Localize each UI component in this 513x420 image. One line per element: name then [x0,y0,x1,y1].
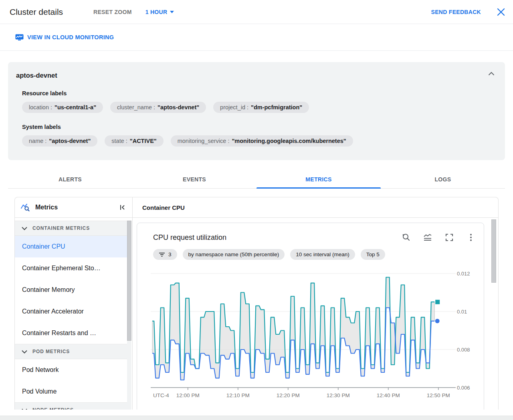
panel-header: Metrics Container CPU [15,197,498,218]
close-icon [497,8,505,16]
panel-scrollbar-thumb[interactable] [491,219,496,283]
metrics-sidebar: CONTAINER METRICSContainer CPUContainer … [15,218,133,410]
sidebar-title: Metrics [35,204,119,211]
label-chip-state[interactable]: state:"ACTIVE" [105,135,163,147]
chart-panel: CPU request utilization [133,218,498,410]
sidebar-scrollbar-track[interactable] [127,221,131,410]
filter-chip-3[interactable]: 3 [153,249,177,260]
time-range-dropdown[interactable]: 1 HOUR [145,9,174,15]
label-chip-name[interactable]: name:"aptos-devnet" [22,135,97,147]
filter-chip-10-sec-interval-mean-[interactable]: 10 sec interval (mean) [290,249,355,260]
label-chip-location[interactable]: location:"us-central1-a" [22,102,103,113]
y-tick-label: 0.008 [457,347,470,353]
metrics-explorer-icon [20,203,30,212]
y-tick-label: 0.01 [457,309,467,315]
zoom-reset-button[interactable] [401,233,411,242]
chart-area: 0.0120.010.0080.006UTC-412:00 PM12:10 PM… [145,266,476,404]
main-panel-title: Container CPU [133,197,498,217]
collapse-card-button[interactable] [488,70,495,77]
label-chip-cluster_name[interactable]: cluster_name:"aptos-devnet" [110,102,206,113]
y-tick-label: 0.012 [457,271,470,277]
resource-labels-row: location:"us-central1-a"cluster_name:"ap… [22,102,497,113]
tab-metrics[interactable]: METRICS [256,170,381,188]
tab-events[interactable]: EVENTS [132,170,256,188]
sidebar-header: Metrics [15,197,133,217]
sidebar-item-pod-volume[interactable]: Pod Volume [15,381,128,402]
monitoring-chart-icon [15,34,24,41]
series-high-end-marker [435,300,440,304]
section-header-container-metrics[interactable]: CONTAINER METRICS [15,221,128,236]
metrics-panel: Metrics Container CPU CONTAINER METRICSC… [14,197,499,410]
area-chart-icon [423,233,432,242]
label-chip-monitoring_service[interactable]: monitoring_service:"monitoring.googleapi… [171,135,353,147]
chart-title: CPU request utilization [153,233,226,242]
sidebar-item-container-memory[interactable]: Container Memory [15,279,128,301]
fullscreen-button[interactable] [444,233,454,242]
fullscreen-icon [445,233,454,242]
x-tick-label: 12:10 PM [226,392,250,398]
chart-toolbar [401,233,476,242]
resource-labels-title: Resource labels [22,90,497,96]
chevron-down-icon [22,408,27,410]
x-tick-label: 12:50 PM [427,392,450,398]
chevron-up-icon [488,72,495,76]
dialog-header: Cluster details RESET ZOOM 1 HOUR SEND F… [0,0,513,24]
filter-chip-by-namespace-name-50th-percentile-[interactable]: by namespace name (50th percentile) [183,249,285,260]
view-in-cloud-monitoring-link[interactable]: VIEW IN CLOUD MONITORING [15,34,114,41]
sidebar-item-container-accelerator[interactable]: Container Accelerator [15,301,128,322]
reset-zoom-button[interactable]: RESET ZOOM [93,9,132,15]
close-button[interactable] [496,7,506,17]
zoom-reset-icon [401,233,411,242]
time-range-value: 1 HOUR [145,9,168,15]
system-labels-title: System labels [22,124,497,130]
series-low-end-marker [435,319,440,323]
y-tick-label: 0.006 [457,385,470,391]
x-tick-label: 12:20 PM [277,392,300,398]
cpu-utilization-chart[interactable]: 0.0120.010.0080.006UTC-412:00 PM12:10 PM… [145,266,477,402]
sidebar-list: CONTAINER METRICSContainer CPUContainer … [15,221,132,410]
tab-bar: ALERTSEVENTSMETRICSLOGS [8,170,505,189]
sidebar-item-pod-network[interactable]: Pod Network [15,359,128,381]
monitoring-linkbar: VIEW IN CLOUD MONITORING [0,24,513,51]
chart-filter-chips: 3by namespace name (50th percentile)10 s… [153,249,476,260]
tab-alerts[interactable]: ALERTS [8,170,132,188]
chevron-down-icon [22,350,27,354]
filter-icon [159,252,165,257]
label-chip-project_id[interactable]: project_id:"dm-pcfmigration" [213,102,309,113]
sidebar-item-container-ephemeral-sto[interactable]: Container Ephemeral Sto… [15,257,128,279]
section-header-node-metrics[interactable]: NODE METRICS [15,402,128,410]
kebab-menu-icon [466,233,476,242]
filter-chip-top-5[interactable]: Top 5 [361,249,385,260]
chevron-down-icon [22,227,27,230]
collapse-sidebar-icon[interactable] [119,204,126,211]
section-header-pod-metrics[interactable]: POD METRICS [15,344,128,359]
cluster-info-card: aptos-devnet Resource labels location:"u… [8,62,505,160]
panel-body: CONTAINER METRICSContainer CPUContainer … [15,218,498,410]
tab-logs[interactable]: LOGS [381,170,505,188]
x-tick-label: 12:00 PM [176,392,200,398]
system-labels-row: name:"aptos-devnet"state:"ACTIVE"monitor… [22,135,497,147]
x-tick-label: 12:40 PM [377,392,400,398]
x-axis-timezone-label: UTC-4 [153,392,169,398]
page-title: Cluster details [10,7,63,17]
page-bottom-strip [0,416,513,420]
sidebar-scrollbar-thumb[interactable] [127,221,131,341]
chevron-down-icon [170,11,174,13]
x-tick-label: 12:30 PM [327,392,350,398]
cluster-name: aptos-devnet [16,72,497,79]
sidebar-item-container-restarts-and[interactable]: Container Restarts and … [15,322,128,344]
chart-card: CPU request utilization [137,223,484,410]
sidebar-item-container-cpu[interactable]: Container CPU [15,236,128,257]
send-feedback-button[interactable]: SEND FEEDBACK [431,9,481,15]
more-options-button[interactable] [466,233,476,242]
chart-mode-button[interactable] [423,233,432,242]
